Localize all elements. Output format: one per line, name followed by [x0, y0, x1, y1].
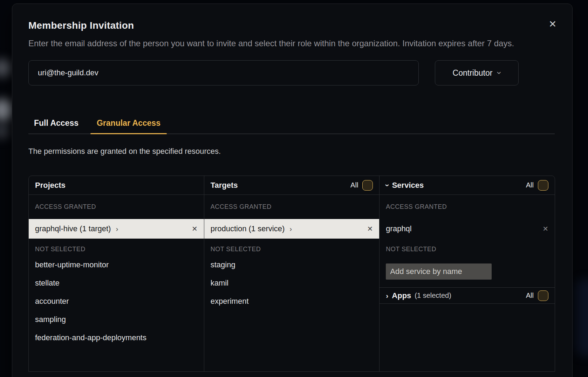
services-column-header[interactable]: › Services All — [380, 176, 555, 195]
granted-service-row[interactable]: graphql ✕ — [380, 219, 555, 239]
granted-project-row[interactable]: graphql-hive (1 target) › ✕ — [29, 219, 204, 239]
access-tab-bar: Full Access Granular Access — [28, 118, 555, 134]
dialog-description: Enter the email address of the person yo… — [28, 37, 523, 50]
page-background: ✕ Membership Invitation Enter the email … — [0, 0, 588, 377]
background-blur-blob — [574, 279, 588, 356]
chevron-right-icon: › — [386, 292, 388, 300]
invite-form-row: Contributor › — [28, 60, 555, 85]
permissions-note: The permissions are granted on the speci… — [28, 147, 555, 156]
close-icon: ✕ — [549, 19, 557, 29]
remove-project-icon[interactable]: ✕ — [192, 225, 198, 233]
project-list-item[interactable]: better-uptime-monitor — [29, 256, 204, 274]
target-list-item[interactable]: staging — [204, 256, 380, 274]
apps-selected-count: (1 selected) — [415, 292, 451, 300]
services-column: › Services All ACCESS GRANTED graphql ✕ … — [379, 176, 555, 371]
targets-column-body: ACCESS GRANTED production (1 service) › … — [204, 195, 380, 310]
role-select[interactable]: Contributor › — [435, 60, 519, 85]
targets-column-title: Targets — [211, 181, 238, 190]
services-column-filler — [380, 304, 555, 371]
targets-not-selected-list: staging kamil experiment — [204, 256, 380, 310]
targets-column: Targets All ACCESS GRANTED production (1… — [204, 176, 380, 371]
granted-project-label: graphql-hive (1 target) — [35, 224, 111, 233]
services-all-label: All — [526, 181, 534, 189]
apps-all-label: All — [526, 292, 534, 300]
access-granted-label: ACCESS GRANTED — [211, 203, 373, 211]
not-selected-label: NOT SELECTED — [35, 246, 198, 253]
chevron-down-icon: › — [383, 184, 392, 186]
granted-target-row[interactable]: production (1 service) › ✕ — [204, 219, 380, 239]
tab-granular-access[interactable]: Granular Access — [93, 118, 164, 133]
resource-picker-panel: Projects ACCESS GRANTED graphql-hive (1 … — [28, 176, 555, 372]
chevron-right-icon: › — [116, 225, 118, 233]
remove-target-icon[interactable]: ✕ — [367, 225, 373, 233]
background-blur-blob — [0, 59, 12, 77]
projects-column-body: ACCESS GRANTED graphql-hive (1 target) ›… — [29, 195, 204, 347]
project-list-item[interactable]: federation-and-app-deployments — [29, 329, 204, 347]
apps-title: Apps — [392, 291, 411, 300]
close-button[interactable]: ✕ — [546, 18, 559, 30]
target-list-item[interactable]: experiment — [204, 292, 380, 310]
membership-invitation-dialog: ✕ Membership Invitation Enter the email … — [12, 4, 573, 377]
project-list-item[interactable]: accounter — [29, 292, 204, 310]
services-column-title: Services — [392, 181, 424, 190]
granted-service-label: graphql — [386, 224, 411, 233]
email-input[interactable] — [28, 60, 419, 85]
dialog-title: Membership Invitation — [28, 20, 555, 31]
targets-all-checkbox[interactable] — [362, 180, 373, 191]
add-service-input[interactable] — [386, 263, 492, 280]
apps-accordion-row[interactable]: › Apps (1 selected) All — [380, 288, 555, 304]
project-list-item[interactable]: stellate — [29, 274, 204, 292]
apps-all-checkbox[interactable] — [538, 290, 548, 301]
projects-column: Projects ACCESS GRANTED graphql-hive (1 … — [29, 176, 204, 371]
access-granted-label: ACCESS GRANTED — [386, 203, 548, 211]
granted-target-label: production (1 service) — [211, 224, 285, 233]
role-select-value: Contributor — [453, 68, 493, 78]
tab-full-access[interactable]: Full Access — [30, 118, 82, 133]
project-list-item[interactable]: sampling — [29, 310, 204, 329]
apps-all-group: All — [526, 290, 548, 301]
targets-all-group: All — [350, 180, 373, 191]
services-all-checkbox[interactable] — [538, 180, 548, 191]
services-column-body: ACCESS GRANTED graphql ✕ NOT SELECTED — [380, 195, 555, 288]
background-blur-blob — [0, 99, 13, 121]
projects-column-header: Projects — [29, 176, 204, 195]
access-granted-label: ACCESS GRANTED — [35, 203, 198, 211]
chevron-right-icon: › — [289, 225, 292, 233]
target-list-item[interactable]: kamil — [204, 274, 380, 292]
projects-column-title: Projects — [35, 181, 66, 190]
services-all-group: All — [526, 180, 548, 191]
background-blur-blob — [0, 123, 10, 139]
targets-all-label: All — [350, 181, 358, 189]
not-selected-label: NOT SELECTED — [211, 246, 373, 253]
chevron-down-icon: › — [494, 71, 504, 74]
projects-not-selected-list: better-uptime-monitor stellate accounter… — [29, 256, 204, 347]
targets-column-header: Targets All — [204, 176, 380, 195]
not-selected-label: NOT SELECTED — [386, 246, 548, 253]
remove-service-icon[interactable]: ✕ — [542, 225, 548, 233]
